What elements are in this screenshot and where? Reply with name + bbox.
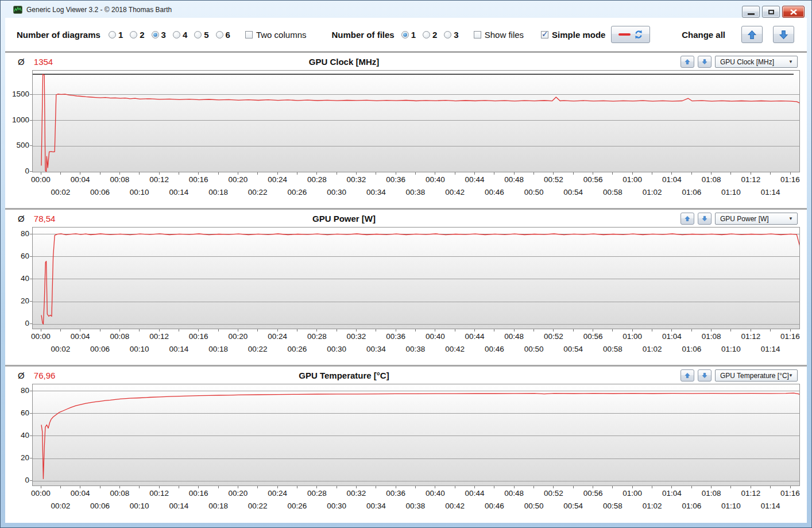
x-tick-label: 00:36: [382, 332, 409, 341]
x-tick-label: 01:10: [718, 188, 744, 196]
move-series-up-button[interactable]: [680, 56, 694, 68]
y-tick-label: 40: [5, 431, 29, 440]
x-tick-label: 00:34: [363, 345, 389, 353]
maximize-button[interactable]: [762, 6, 780, 18]
simple-mode-label: Simple mode: [552, 30, 605, 40]
x-tick-label: 00:32: [343, 489, 369, 498]
x-tick-label: 00:52: [540, 332, 567, 341]
diagram-count-option-radio-5[interactable]: [194, 31, 202, 38]
y-tick-label: 20: [5, 296, 29, 305]
x-tick-label: 00:10: [126, 188, 153, 196]
move-series-down-button[interactable]: [698, 56, 712, 68]
move-series-up-button[interactable]: [680, 369, 694, 381]
file-count-option-3[interactable]: 3: [444, 30, 458, 40]
chart-header: Ø 1354 GPU Clock [MHz] GPU Clock [MHz]: [5, 55, 807, 69]
series-dropdown[interactable]: GPU Power [W] ▼: [715, 213, 798, 225]
diagram-count-option-1[interactable]: 1: [109, 30, 123, 40]
x-tick-label: 00:36: [382, 175, 409, 184]
move-series-down-button[interactable]: [698, 213, 712, 225]
number-of-files-label: Number of files: [331, 30, 394, 40]
file-count-option-1[interactable]: 1: [401, 30, 416, 40]
change-all-down-button[interactable]: [773, 26, 794, 43]
chart-title: GPU Power [W]: [5, 214, 683, 223]
y-tick-label: 500: [5, 141, 29, 149]
two-columns-checkbox[interactable]: [245, 31, 253, 38]
x-tick-label: 00:16: [185, 175, 212, 184]
minimize-icon: [748, 13, 755, 15]
y-tick-mark: [30, 301, 32, 302]
app-icon: [13, 5, 22, 14]
diagram-count-option-3[interactable]: 3: [152, 30, 166, 40]
x-tick-label: 00:54: [560, 188, 586, 196]
series-dropdown[interactable]: GPU Temperature [°C] ▼: [715, 369, 798, 381]
x-tick-label: 01:02: [639, 502, 666, 510]
diagram-count-option-radio-3[interactable]: [152, 31, 159, 38]
diagram-count-option-5[interactable]: 5: [194, 30, 208, 40]
x-tick-label: 00:42: [442, 345, 468, 353]
show-files-checkbox-item[interactable]: Show files: [474, 30, 524, 40]
diagram-count-option-label: 3: [161, 30, 166, 40]
line-style-refresh-button[interactable]: [611, 26, 650, 43]
x-tick-label: 00:06: [87, 502, 113, 510]
diagram-count-option-radio-4[interactable]: [173, 31, 180, 38]
x-tick-label: 01:02: [639, 345, 666, 353]
file-count-option-2[interactable]: 2: [423, 30, 437, 40]
series-dropdown-value: GPU Power [W]: [720, 215, 769, 223]
x-tick-label: 00:40: [422, 332, 448, 341]
simple-mode-checkbox[interactable]: [541, 31, 548, 38]
show-files-checkbox[interactable]: [474, 31, 481, 38]
x-tick-label: 00:32: [343, 332, 369, 341]
y-tick-label: 20: [5, 453, 29, 462]
x-tick-label: 01:06: [678, 188, 705, 196]
x-tick-label: 00:12: [146, 489, 172, 498]
x-tick-label: 00:24: [264, 175, 291, 184]
series-dropdown[interactable]: GPU Clock [MHz] ▼: [715, 56, 798, 68]
y-tick-label: 40: [5, 274, 29, 283]
plot-area: [32, 384, 800, 486]
titlebar[interactable]: Generic Log Viewer 3.2 - © 2018 Thomas B…: [1, 1, 811, 18]
x-tick-label: 00:46: [481, 345, 508, 353]
diagram-count-option-radio-2[interactable]: [130, 31, 137, 38]
file-count-option-radio-2[interactable]: [423, 31, 430, 38]
close-button[interactable]: [782, 6, 805, 18]
series-dropdown-value: GPU Clock [MHz]: [720, 58, 774, 66]
x-tick-label: 00:58: [600, 502, 626, 510]
diagram-count-option-4[interactable]: 4: [173, 30, 187, 40]
x-tick-label: 00:50: [521, 502, 547, 510]
x-tick-label: 01:00: [619, 489, 645, 498]
minimize-button[interactable]: [742, 6, 760, 18]
x-tick-label: 00:28: [304, 332, 330, 341]
file-count-option-label: 2: [432, 30, 437, 40]
chart-controls: GPU Power [W] ▼: [680, 213, 798, 225]
file-count-option-radio-1[interactable]: [401, 31, 409, 38]
simple-mode-checkbox-item[interactable]: Simple mode: [541, 30, 605, 40]
y-tick-label: 60: [5, 408, 29, 417]
x-tick-label: 00:38: [403, 188, 429, 196]
file-count-option-label: 3: [454, 30, 458, 40]
file-count-radio-group: 123: [401, 30, 459, 40]
x-tick-label: 01:10: [718, 345, 744, 353]
x-tick-label: 01:04: [659, 332, 685, 341]
file-count-option-radio-3[interactable]: [444, 31, 451, 38]
x-tick-label: 00:28: [304, 175, 330, 184]
x-tick-label: 00:40: [422, 489, 448, 498]
y-tick-mark: [30, 435, 32, 436]
x-tick-label: 00:18: [205, 345, 231, 353]
two-columns-checkbox-item[interactable]: Two columns: [245, 30, 307, 40]
change-all-up-button[interactable]: [741, 26, 763, 43]
diagram-count-option-radio-6[interactable]: [216, 31, 223, 38]
diagram-count-option-2[interactable]: 2: [130, 30, 144, 40]
x-tick-label: 00:52: [540, 175, 567, 184]
x-tick-label: 00:20: [225, 175, 251, 184]
diagram-count-option-6[interactable]: 6: [216, 30, 230, 40]
move-series-up-button[interactable]: [680, 213, 694, 225]
x-tick-label: 00:50: [521, 188, 547, 196]
x-tick-label: 00:04: [67, 489, 94, 498]
x-tick-label: 01:08: [698, 332, 725, 341]
x-tick-label: 00:58: [600, 345, 626, 353]
x-tick-label: 00:30: [323, 345, 350, 353]
move-series-down-button[interactable]: [698, 369, 712, 381]
x-tick-label: 00:14: [165, 502, 192, 510]
chevron-down-icon: ▼: [788, 59, 793, 64]
diagram-count-option-radio-1[interactable]: [109, 31, 116, 38]
